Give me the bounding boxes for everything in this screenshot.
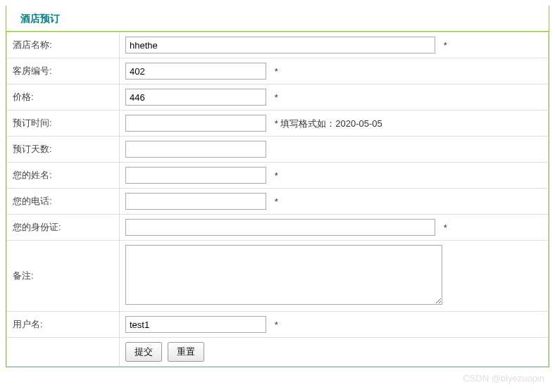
your-phone-input[interactable] <box>125 193 266 210</box>
your-id-input[interactable] <box>125 219 435 236</box>
reserve-days-label: 预订天数: <box>7 137 120 163</box>
remark-label: 备注: <box>7 241 120 312</box>
username-input[interactable] <box>125 316 266 333</box>
room-no-label: 客房编号: <box>7 58 120 84</box>
page-title: 酒店预订 <box>20 13 60 24</box>
price-input[interactable] <box>125 89 266 106</box>
form-table: 酒店名称: * 客房编号: * 价格: * 预订时间: * 填写格式如 <box>6 32 549 367</box>
your-name-hint: * <box>275 170 278 181</box>
your-id-label: 您的身份证: <box>7 215 120 241</box>
reset-button[interactable]: 重置 <box>168 342 204 362</box>
price-hint: * <box>275 92 278 103</box>
reserve-days-input[interactable] <box>125 141 266 158</box>
your-name-input[interactable] <box>125 167 266 184</box>
form-header: 酒店预订 <box>6 6 549 32</box>
reserve-time-hint: * 填写格式如：2020-05-05 <box>275 118 382 129</box>
form-container: 酒店预订 酒店名称: * 客房编号: * 价格: * 预订时间: <box>6 6 549 367</box>
reserve-time-label: 预订时间: <box>7 110 120 137</box>
button-row-label <box>7 338 120 367</box>
reserve-time-input[interactable] <box>125 115 266 132</box>
hotel-name-input[interactable] <box>125 37 435 53</box>
room-no-hint: * <box>275 66 278 77</box>
your-name-label: 您的姓名: <box>7 163 120 189</box>
your-id-hint: * <box>444 222 447 233</box>
username-hint: * <box>275 320 278 330</box>
submit-button[interactable]: 提交 <box>125 342 162 362</box>
hotel-name-label: 酒店名称: <box>7 32 120 58</box>
your-phone-hint: * <box>275 196 278 207</box>
your-phone-label: 您的电话: <box>7 189 120 215</box>
hotel-name-hint: * <box>444 40 447 51</box>
remark-textarea[interactable] <box>125 245 442 305</box>
username-label: 用户名: <box>7 312 120 338</box>
price-label: 价格: <box>7 84 120 110</box>
room-no-input[interactable] <box>125 63 266 80</box>
